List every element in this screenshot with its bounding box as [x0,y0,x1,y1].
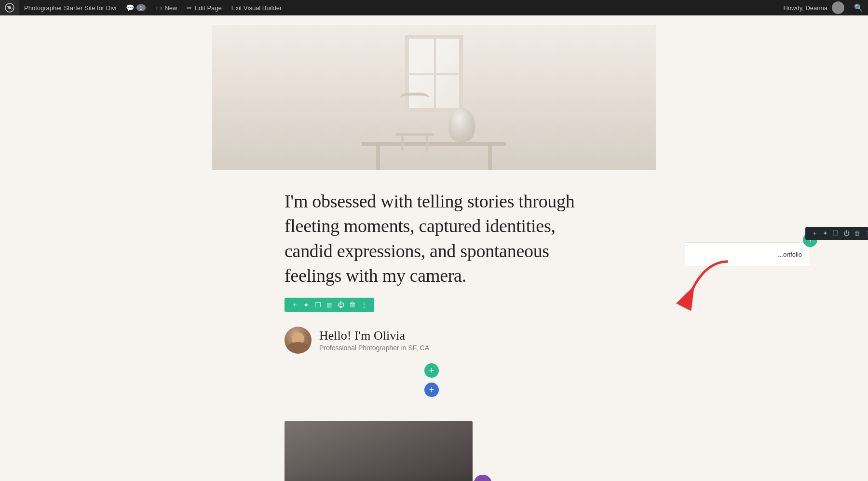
wordpress-icon [5,3,14,13]
duplicate-icon[interactable]: ❒ [313,301,322,309]
bottom-section: ••• [145,412,723,481]
comments-item[interactable]: 💬 0 [121,0,150,15]
add-row-teal-wrapper: + [285,363,579,378]
duplicate-dark-icon[interactable]: ❒ [831,229,840,238]
page-wrapper: I'm obsessed with telling stories throug… [0,15,868,481]
author-row: Hello! I'm Olivia Professional Photograp… [285,327,579,354]
new-label: + New [159,4,177,12]
edit-page-item[interactable]: ✏ Edit Page [182,0,226,15]
portfolio-button-area: ...ortfolio [685,242,810,266]
exit-builder-label: Exit Visual Builder [231,4,282,12]
chair-back [400,93,429,112]
main-quote: I'm obsessed with telling stories throug… [285,189,579,288]
new-content-item[interactable]: + + New [150,0,182,15]
hero-image-inner [212,25,656,170]
settings-dark-icon[interactable]: ✦ [821,229,829,238]
add-row-blue-wrapper: + [285,383,579,397]
comment-count: 0 [136,4,145,11]
more-icon[interactable]: ⋮ [360,301,368,309]
grid-icon[interactable]: ▦ [325,301,334,309]
user-avatar [832,1,844,14]
chair-leg-left [401,136,404,151]
plus-icon-teal: + [429,366,434,376]
plus-icon-blue: + [429,385,434,395]
site-name-label: Photographer Starter Site for Divi [24,4,116,12]
search-toggle[interactable]: 🔍 [849,0,868,15]
more-options-button[interactable]: ••• [474,475,492,481]
author-avatar [285,327,312,354]
author-info: Hello! I'm Olivia Professional Photograp… [319,329,429,352]
chair-seat [395,133,434,136]
scene-chair [395,102,434,151]
edit-icon: ✏ [187,4,192,12]
more-dark-icon[interactable]: ⋮ [863,229,868,238]
edit-page-label: Edit Page [194,4,221,12]
hero-image-container [212,25,656,170]
dark-module-toolbar: ＋ ✦ ❒ ⏻ 🗑 ⋮ [805,227,868,240]
howdy-label: Howdy, Deanna [783,4,827,12]
comment-bubble-icon: 💬 [126,4,134,12]
hero-image-section [0,15,868,170]
green-module-toolbar: ＋ ✦ ❒ ▦ ⏻ 🗑 ⋮ [285,298,374,312]
scene-vase [448,108,475,142]
wp-logo-item[interactable] [0,0,19,15]
author-name: Hello! I'm Olivia [319,329,429,343]
power-dark-icon[interactable]: ⏻ [842,229,851,238]
trash-dark-icon[interactable]: 🗑 [853,229,861,238]
site-name-item[interactable]: Photographer Starter Site for Divi [19,0,121,15]
howdy-item[interactable]: Howdy, Deanna [778,0,849,15]
add-module-icon[interactable]: ＋ [290,301,299,309]
more-options-icon: ••• [477,479,488,481]
settings-icon[interactable]: ✦ [302,301,311,309]
admin-bar: Photographer Starter Site for Divi 💬 0 +… [0,0,868,15]
author-title: Professional Photographer in SF, CA [319,344,429,352]
bottom-photo [285,421,473,481]
add-dark-icon[interactable]: ＋ [810,229,819,238]
exit-builder-item[interactable]: Exit Visual Builder [227,0,287,15]
add-row-teal-button[interactable]: + [424,363,439,378]
bottom-image-wrapper: ••• [285,421,473,481]
power-icon[interactable]: ⏻ [337,301,345,309]
text-section: I'm obsessed with telling stories throug… [145,170,723,412]
plus-icon: + [155,4,159,12]
portfolio-btn-text: ...ortfolio [778,251,802,258]
trash-icon[interactable]: 🗑 [348,301,357,309]
chair-leg-right [426,136,428,151]
add-row-blue-button[interactable]: + [424,383,439,397]
search-icon: 🔍 [854,3,863,12]
scene-table [362,142,506,146]
